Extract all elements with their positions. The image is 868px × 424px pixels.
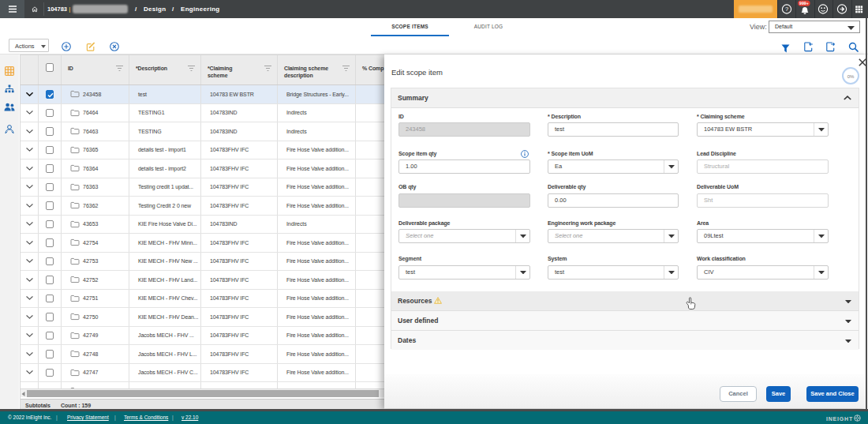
svg-text:999+: 999+ (799, 1, 809, 6)
svg-text:?: ? (784, 6, 788, 13)
